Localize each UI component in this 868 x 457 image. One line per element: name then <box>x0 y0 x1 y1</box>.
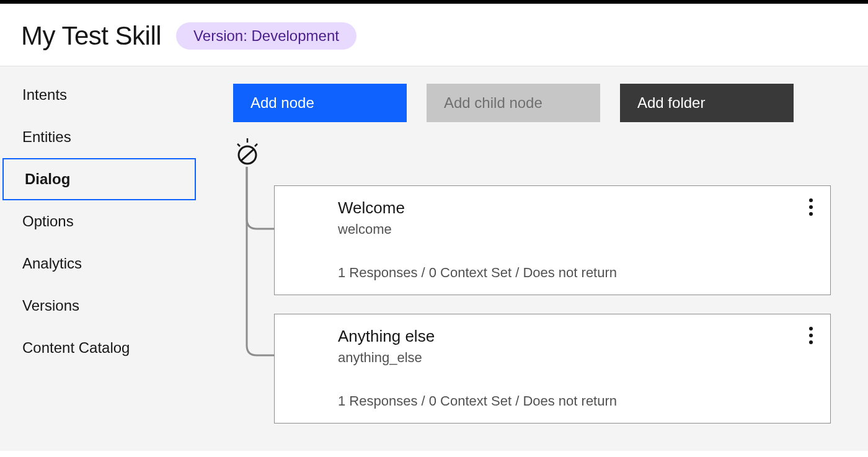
version-badge[interactable]: Version: Development <box>176 22 356 50</box>
sidebar-item-options[interactable]: Options <box>0 200 196 242</box>
kebab-menu-icon[interactable] <box>809 198 813 216</box>
dialog-node-condition: anything_else <box>338 350 813 366</box>
kebab-menu-icon[interactable] <box>809 327 813 344</box>
add-folder-button[interactable]: Add folder <box>620 84 794 122</box>
sidebar-item-versions[interactable]: Versions <box>0 285 196 327</box>
svg-line-2 <box>255 144 257 146</box>
dialog-node-title: Welcome <box>338 198 813 218</box>
svg-line-4 <box>241 149 254 161</box>
dialog-editor: Add node Add child node Add folder <box>196 66 868 451</box>
skill-title: My Test Skill <box>21 21 161 51</box>
conversation-root-icon <box>233 138 262 167</box>
dialog-node-summary: 1 Responses / 0 Context Set / Does not r… <box>338 265 813 281</box>
dialog-node-summary: 1 Responses / 0 Context Set / Does not r… <box>338 393 813 409</box>
add-node-button[interactable]: Add node <box>233 84 407 122</box>
svg-line-1 <box>237 144 240 146</box>
sidebar-item-content-catalog[interactable]: Content Catalog <box>0 327 196 369</box>
sidebar: Intents Entities Dialog Options Analytic… <box>0 66 196 451</box>
dialog-node-title: Anything else <box>338 327 813 346</box>
sidebar-item-dialog[interactable]: Dialog <box>2 158 196 200</box>
sidebar-item-entities[interactable]: Entities <box>0 116 196 158</box>
sidebar-item-intents[interactable]: Intents <box>0 74 196 116</box>
dialog-node[interactable]: Welcome welcome 1 Responses / 0 Context … <box>274 185 831 295</box>
dialog-node[interactable]: Anything else anything_else 1 Responses … <box>274 314 831 424</box>
add-child-node-button: Add child node <box>427 84 600 122</box>
dialog-node-condition: welcome <box>338 221 813 237</box>
sidebar-item-analytics[interactable]: Analytics <box>0 242 196 285</box>
